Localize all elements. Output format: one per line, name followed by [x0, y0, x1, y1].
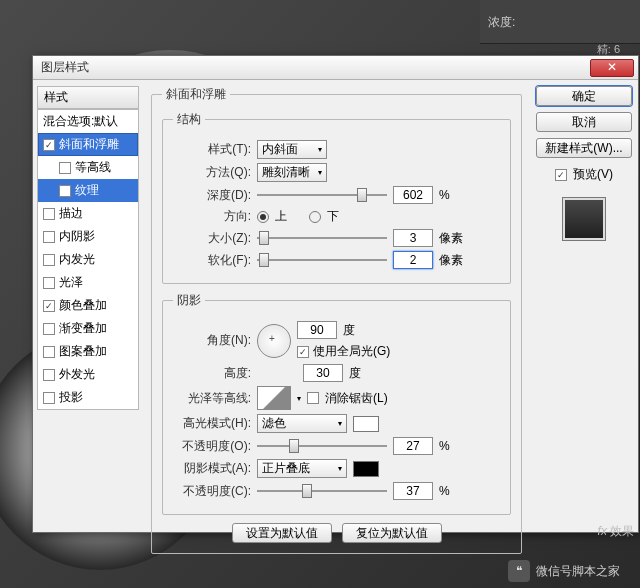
chevron-down-icon: ▾	[318, 168, 322, 177]
soften-slider[interactable]	[257, 252, 387, 268]
sidebar-blend-options[interactable]: 混合选项:默认	[38, 110, 138, 133]
shadow-mode-label: 阴影模式(A):	[173, 460, 251, 477]
wechat-icon: ❝	[508, 560, 530, 582]
size-label: 大小(Z):	[173, 230, 251, 247]
chevron-down-icon: ▾	[318, 145, 322, 154]
sidebar-item-label: 内阴影	[59, 228, 95, 245]
angle-input[interactable]: 90	[297, 321, 337, 339]
sidebar-item-label: 斜面和浮雕	[59, 136, 119, 153]
sidebar-item-label: 颜色叠加	[59, 297, 107, 314]
altitude-label: 高度:	[173, 365, 251, 382]
soften-label: 软化(F):	[173, 252, 251, 269]
app-topbar: 浓度:	[480, 0, 640, 44]
angle-label: 角度(N):	[173, 332, 251, 349]
sidebar-checkbox[interactable]	[43, 392, 55, 404]
sidebar-checkbox[interactable]	[43, 323, 55, 335]
angle-dial[interactable]	[257, 324, 291, 358]
styles-sidebar: 样式 混合选项:默认 斜面和浮雕等高线纹理描边内阴影内发光光泽颜色叠加渐变叠加图…	[33, 80, 143, 532]
structure-legend: 结构	[173, 111, 205, 128]
dialog-right-column: 确定 取消 新建样式(W)... 预览(V)	[530, 80, 638, 532]
close-button[interactable]: ✕	[590, 59, 634, 77]
highlight-mode-label: 高光模式(H):	[173, 415, 251, 432]
sidebar-item-label: 描边	[59, 205, 83, 222]
shadow-opacity-input[interactable]: 37	[393, 482, 433, 500]
depth-unit: %	[439, 188, 450, 202]
gloss-contour-picker[interactable]	[257, 386, 291, 410]
style-combo[interactable]: 内斜面▾	[257, 140, 327, 159]
new-style-button[interactable]: 新建样式(W)...	[536, 138, 632, 158]
style-label: 样式(T):	[173, 141, 251, 158]
sidebar-header[interactable]: 样式	[37, 86, 139, 109]
sidebar-item-3[interactable]: 描边	[38, 202, 138, 225]
shadow-color-swatch[interactable]	[353, 461, 379, 477]
highlight-mode-combo[interactable]: 滤色▾	[257, 414, 347, 433]
sidebar-item-1[interactable]: 等高线	[38, 156, 138, 179]
sidebar-item-label: 图案叠加	[59, 343, 107, 360]
technique-combo[interactable]: 雕刻清晰▾	[257, 163, 327, 182]
soften-input[interactable]: 2	[393, 251, 433, 269]
sidebar-item-4[interactable]: 内阴影	[38, 225, 138, 248]
sidebar-checkbox[interactable]	[43, 231, 55, 243]
sidebar-item-6[interactable]: 光泽	[38, 271, 138, 294]
direction-up-radio[interactable]	[257, 211, 269, 223]
sidebar-item-5[interactable]: 内发光	[38, 248, 138, 271]
set-default-button[interactable]: 设置为默认值	[232, 523, 332, 543]
preview-checkbox[interactable]	[555, 169, 567, 181]
antialias-checkbox[interactable]	[307, 392, 319, 404]
sidebar-checkbox[interactable]	[43, 300, 55, 312]
altitude-input[interactable]: 30	[303, 364, 343, 382]
sidebar-item-label: 投影	[59, 389, 83, 406]
sidebar-item-label: 纹理	[75, 182, 99, 199]
depth-label: 深度(D):	[173, 187, 251, 204]
sidebar-checkbox[interactable]	[43, 346, 55, 358]
sidebar-item-10[interactable]: 外发光	[38, 363, 138, 386]
size-slider[interactable]	[257, 230, 387, 246]
sidebar-item-7[interactable]: 颜色叠加	[38, 294, 138, 317]
cancel-button[interactable]: 取消	[536, 112, 632, 132]
highlight-opacity-label: 不透明度(O):	[173, 438, 251, 455]
sidebar-item-label: 等高线	[75, 159, 111, 176]
fx-indicator: fx 效果	[598, 523, 634, 540]
highlight-color-swatch[interactable]	[353, 416, 379, 432]
sidebar-checkbox[interactable]	[59, 185, 71, 197]
shadow-opacity-slider[interactable]	[257, 483, 387, 499]
sidebar-item-9[interactable]: 图案叠加	[38, 340, 138, 363]
layer-style-dialog: 图层样式 ✕ 样式 混合选项:默认 斜面和浮雕等高线纹理描边内阴影内发光光泽颜色…	[32, 55, 639, 533]
sidebar-item-label: 渐变叠加	[59, 320, 107, 337]
direction-down-radio[interactable]	[309, 211, 321, 223]
sidebar-checkbox[interactable]	[43, 139, 55, 151]
global-light-checkbox[interactable]	[297, 346, 309, 358]
soften-unit: 像素	[439, 252, 463, 269]
bevel-panel: 斜面和浮雕 结构 样式(T): 内斜面▾ 方法(Q): 雕刻清晰▾ 深度(D):	[143, 80, 530, 532]
watermark: ❝ 微信号脚本之家	[508, 560, 620, 582]
sidebar-item-8[interactable]: 渐变叠加	[38, 317, 138, 340]
depth-input[interactable]: 602	[393, 186, 433, 204]
sidebar-checkbox[interactable]	[43, 254, 55, 266]
sidebar-item-label: 外发光	[59, 366, 95, 383]
technique-label: 方法(Q):	[173, 164, 251, 181]
ok-button[interactable]: 确定	[536, 86, 632, 106]
sidebar-item-11[interactable]: 投影	[38, 386, 138, 409]
sidebar-item-label: 光泽	[59, 274, 83, 291]
preview-swatch	[562, 197, 606, 241]
shadow-mode-combo[interactable]: 正片叠底▾	[257, 459, 347, 478]
reset-default-button[interactable]: 复位为默认值	[342, 523, 442, 543]
sidebar-checkbox[interactable]	[43, 208, 55, 220]
sidebar-checkbox[interactable]	[43, 277, 55, 289]
sidebar-item-label: 内发光	[59, 251, 95, 268]
gloss-contour-label: 光泽等高线:	[173, 390, 251, 407]
dialog-titlebar[interactable]: 图层样式 ✕	[33, 56, 638, 80]
sidebar-item-2[interactable]: 纹理	[38, 179, 138, 202]
size-unit: 像素	[439, 230, 463, 247]
bevel-legend: 斜面和浮雕	[162, 86, 230, 103]
direction-label: 方向:	[173, 208, 251, 225]
highlight-opacity-input[interactable]: 27	[393, 437, 433, 455]
sidebar-checkbox[interactable]	[43, 369, 55, 381]
depth-slider[interactable]	[257, 187, 387, 203]
density-label: 浓度:	[488, 15, 515, 29]
highlight-opacity-slider[interactable]	[257, 438, 387, 454]
shadow-opacity-label: 不透明度(C):	[173, 483, 251, 500]
size-input[interactable]: 3	[393, 229, 433, 247]
sidebar-checkbox[interactable]	[59, 162, 71, 174]
sidebar-item-0[interactable]: 斜面和浮雕	[38, 133, 138, 156]
